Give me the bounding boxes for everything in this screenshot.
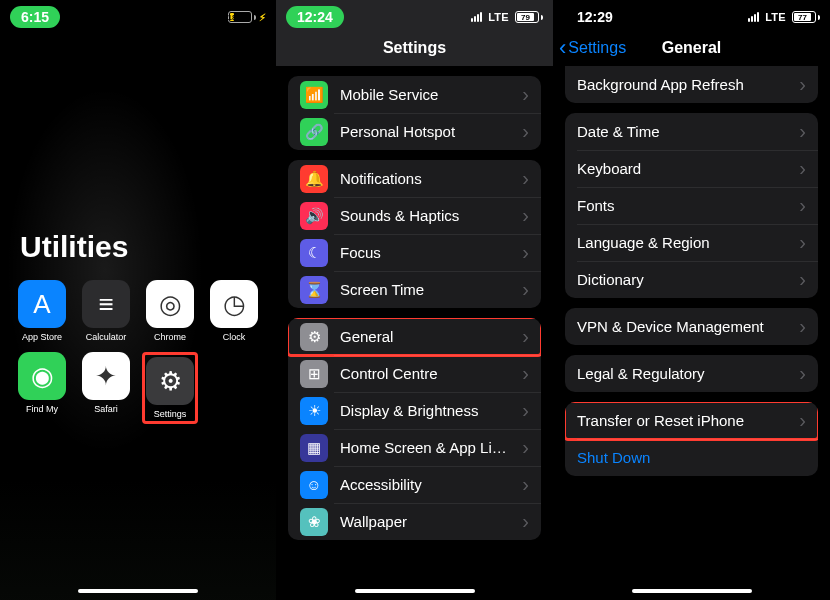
home-indicator[interactable]	[355, 589, 475, 593]
chevron-right-icon: ›	[522, 325, 529, 348]
row-accessibility[interactable]: ☺Accessibility›	[288, 466, 541, 503]
row-label: Sounds & Haptics	[340, 207, 510, 224]
row-control-centre[interactable]: ⊞Control Centre›	[288, 355, 541, 392]
chrome-icon: ◎	[146, 280, 194, 328]
row-display-brightness[interactable]: ☀Display & Brightness›	[288, 392, 541, 429]
time: 12:29	[563, 9, 613, 25]
app-label: Calculator	[86, 332, 127, 342]
row-dictionary[interactable]: Dictionary›	[565, 261, 818, 298]
app-settings[interactable]: ⚙Settings	[147, 357, 193, 419]
row-label: Accessibility	[340, 476, 510, 493]
row-wallpaper[interactable]: ❀Wallpaper›	[288, 503, 541, 540]
row-notifications[interactable]: 🔔Notifications›	[288, 160, 541, 197]
row-personal-hotspot[interactable]: 🔗Personal Hotspot›	[288, 113, 541, 150]
general-icon: ⚙	[300, 323, 328, 351]
row-legal-regulatory[interactable]: Legal & Regulatory›	[565, 355, 818, 392]
chevron-right-icon: ›	[799, 231, 806, 254]
chevron-right-icon: ›	[799, 362, 806, 385]
nav-back-button[interactable]: ‹ Settings	[559, 37, 626, 59]
charging-icon: ⚡︎	[259, 12, 266, 23]
row-label: Personal Hotspot	[340, 123, 510, 140]
time-pill[interactable]: 6:15	[10, 6, 60, 28]
row-language-region[interactable]: Language & Region›	[565, 224, 818, 261]
chevron-right-icon: ›	[799, 315, 806, 338]
focus-icon: ☾	[300, 239, 328, 267]
carrier-label: LTE	[488, 11, 509, 23]
panel-settings: 12:24 LTE 79 Settings 📶Mobile Service›🔗P…	[276, 0, 553, 600]
nav-bar: Settings	[276, 30, 553, 66]
chevron-right-icon: ›	[799, 268, 806, 291]
row-transfer-or-reset-iphone[interactable]: Transfer or Reset iPhone›	[565, 402, 818, 439]
chevron-right-icon: ›	[522, 83, 529, 106]
chevron-right-icon: ›	[522, 473, 529, 496]
nav-title: General	[662, 39, 722, 57]
chevron-left-icon: ‹	[559, 37, 566, 59]
general-group-reset: Transfer or Reset iPhone›Shut Down	[565, 402, 818, 476]
settings-group-general: ⚙General›⊞Control Centre›☀Display & Brig…	[288, 318, 541, 540]
app-find-my[interactable]: ◉Find My	[14, 352, 70, 424]
app-chrome[interactable]: ◎Chrome	[142, 280, 198, 342]
find-my-icon: ◉	[18, 352, 66, 400]
nav-back-label: Settings	[568, 39, 626, 57]
app-label: Find My	[26, 404, 58, 414]
row-focus[interactable]: ☾Focus›	[288, 234, 541, 271]
control-centre-icon: ⊞	[300, 360, 328, 388]
row-vpn-device-management[interactable]: VPN & Device Management›	[565, 308, 818, 345]
chevron-right-icon: ›	[522, 241, 529, 264]
safari-icon: ✦	[82, 352, 130, 400]
home-indicator[interactable]	[78, 589, 198, 593]
app-app-store[interactable]: AApp Store	[14, 280, 70, 342]
panel-homescreen: 6:15 18 ⚡︎ Utilities AApp Store≡Calculat…	[0, 0, 276, 600]
status-bar: 12:29 LTE 77	[553, 0, 830, 30]
row-label: Keyboard	[577, 160, 787, 177]
chevron-right-icon: ›	[522, 399, 529, 422]
row-label: Shut Down	[577, 449, 806, 466]
clock-icon: ◷	[210, 280, 258, 328]
row-label: Control Centre	[340, 365, 510, 382]
app-label: Safari	[94, 404, 118, 414]
status-bar: 12:24 LTE 79	[276, 0, 553, 30]
panel-general: 12:29 LTE 77 ‹ Settings General Backgrou…	[553, 0, 830, 600]
battery-indicator: 79	[515, 11, 543, 23]
row-label: Transfer or Reset iPhone	[577, 412, 787, 429]
row-label: Notifications	[340, 170, 510, 187]
row-date-time[interactable]: Date & Time›	[565, 113, 818, 150]
app-calculator[interactable]: ≡Calculator	[78, 280, 134, 342]
row-screen-time[interactable]: ⌛Screen Time›	[288, 271, 541, 308]
chevron-right-icon: ›	[522, 362, 529, 385]
row-mobile-service[interactable]: 📶Mobile Service›	[288, 76, 541, 113]
row-home-screen-app-library[interactable]: ▦Home Screen & App Library›	[288, 429, 541, 466]
notifications-icon: 🔔	[300, 165, 328, 193]
chevron-right-icon: ›	[799, 73, 806, 96]
app-safari[interactable]: ✦Safari	[78, 352, 134, 424]
time-pill[interactable]: 12:24	[286, 6, 344, 28]
chevron-right-icon: ›	[799, 157, 806, 180]
folder-title: Utilities	[20, 230, 276, 264]
chevron-right-icon: ›	[522, 120, 529, 143]
row-label: Background App Refresh	[577, 76, 787, 93]
general-group-legal: Legal & Regulatory›	[565, 355, 818, 392]
mobile-service-icon: 📶	[300, 81, 328, 109]
row-label: Screen Time	[340, 281, 510, 298]
row-label: Date & Time	[577, 123, 787, 140]
row-shut-down[interactable]: Shut Down	[565, 439, 818, 476]
app-label: Chrome	[154, 332, 186, 342]
battery-indicator: 18 ⚡︎	[228, 11, 266, 23]
wallpaper-icon: ❀	[300, 508, 328, 536]
row-background-app-refresh[interactable]: Background App Refresh›	[565, 66, 818, 103]
general-group-vpn: VPN & Device Management›	[565, 308, 818, 345]
row-fonts[interactable]: Fonts›	[565, 187, 818, 224]
row-general[interactable]: ⚙General›	[288, 318, 541, 355]
home-indicator[interactable]	[632, 589, 752, 593]
row-keyboard[interactable]: Keyboard›	[565, 150, 818, 187]
row-label: Fonts	[577, 197, 787, 214]
display-brightness-icon: ☀	[300, 397, 328, 425]
general-group-locale: Date & Time›Keyboard›Fonts›Language & Re…	[565, 113, 818, 298]
app-clock[interactable]: ◷Clock	[206, 280, 262, 342]
row-sounds-haptics[interactable]: 🔊Sounds & Haptics›	[288, 197, 541, 234]
row-label: Dictionary	[577, 271, 787, 288]
calculator-icon: ≡	[82, 280, 130, 328]
chevron-right-icon: ›	[522, 167, 529, 190]
chevron-right-icon: ›	[522, 278, 529, 301]
row-label: Wallpaper	[340, 513, 510, 530]
